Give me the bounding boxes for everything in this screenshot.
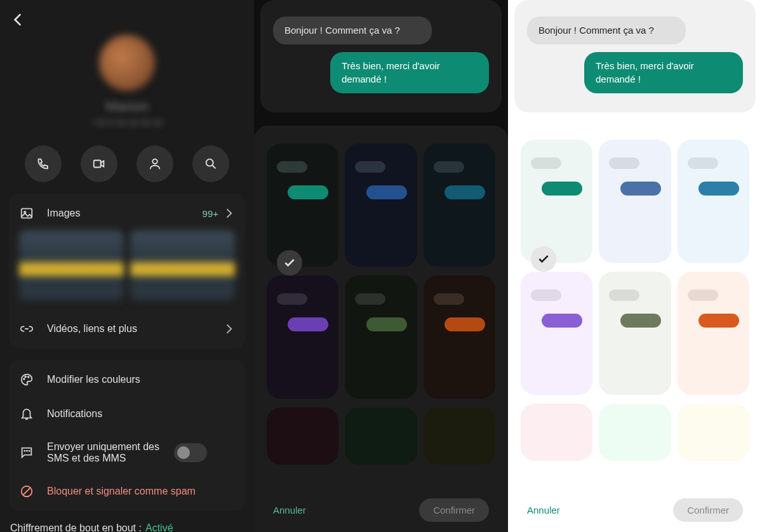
color-swatch[interactable]: [345, 276, 417, 399]
color-swatch[interactable]: [267, 143, 338, 267]
color-swatch[interactable]: [345, 143, 417, 267]
encryption-row[interactable]: Chiffrement de bout en bout : Activé: [0, 511, 254, 532]
swatch-outgoing-bubble: [620, 182, 661, 196]
settings-card: Modifier les couleurs Notifications Envo…: [9, 360, 245, 511]
swatch-incoming-bubble: [277, 161, 307, 173]
swatch-incoming-bubble: [609, 289, 639, 301]
swatch-outgoing-bubble: [542, 182, 582, 196]
preview-incoming-message: Bonjour ! Comment ça va ?: [273, 17, 432, 44]
swatch-outgoing-bubble: [444, 185, 485, 199]
confirm-button[interactable]: Confirmer: [673, 498, 743, 522]
more-media-label: Vidéos, liens et plus: [47, 323, 222, 335]
notifications-row[interactable]: Notifications: [9, 397, 245, 431]
dialog-footer: Annuler Confirmer: [254, 488, 508, 532]
modify-colors-label: Modifier les couleurs: [47, 374, 235, 385]
svg-point-2: [206, 159, 213, 166]
video-icon: [92, 157, 106, 171]
color-picker-dark: Bonjour ! Comment ça va ? Très bien, mer…: [254, 0, 508, 532]
encryption-prefix: Chiffrement de bout en bout :: [10, 522, 142, 532]
swatch-incoming-bubble: [434, 293, 464, 305]
svg-point-6: [25, 376, 26, 378]
bell-icon: [19, 407, 34, 421]
image-thumbnails[interactable]: [9, 230, 245, 312]
person-icon: [148, 157, 162, 171]
swatch-outgoing-bubble: [366, 185, 407, 199]
cancel-button[interactable]: Annuler: [527, 505, 560, 515]
search-icon: [204, 157, 218, 171]
color-swatch[interactable]: [424, 143, 495, 267]
svg-rect-0: [94, 161, 101, 168]
chevron-right-icon: [222, 323, 235, 335]
avatar[interactable]: [99, 35, 155, 91]
swatch-outgoing-bubble: [542, 314, 582, 328]
sms-only-label: Envoyer uniquement des SMS et des MMS: [47, 441, 174, 464]
link-icon: [19, 322, 34, 336]
sms-only-toggle[interactable]: [174, 443, 207, 462]
message-icon: [19, 446, 34, 460]
swatch-grid-light: [508, 122, 762, 488]
dialog-footer: Annuler Confirmer: [508, 488, 762, 532]
color-swatch[interactable]: [678, 404, 749, 461]
image-thumb[interactable]: [19, 230, 124, 300]
block-row[interactable]: Bloquer et signaler comme spam: [9, 474, 245, 509]
color-swatch[interactable]: [678, 140, 749, 263]
contact-details-panel: Manon +33 6 00 00 00 00 Images 99+: [0, 0, 254, 532]
search-button[interactable]: [192, 145, 229, 182]
preview-outgoing-message: Très bien, merci d'avoir demandé !: [584, 52, 743, 93]
media-card: Images 99+ Vidéos, liens et plus: [9, 194, 245, 349]
swatch-incoming-bubble: [531, 157, 561, 169]
swatch-incoming-bubble: [609, 157, 639, 169]
cancel-button[interactable]: Annuler: [273, 505, 306, 515]
swatch-outgoing-bubble: [366, 317, 407, 331]
phone-icon: [36, 157, 50, 171]
contact-header: Manon +33 6 00 00 00 00: [0, 0, 254, 128]
notifications-label: Notifications: [47, 408, 235, 420]
color-swatch[interactable]: [424, 276, 495, 399]
svg-point-1: [152, 159, 157, 164]
chevron-right-icon: [222, 207, 235, 220]
image-thumb[interactable]: [130, 230, 235, 300]
swatch-incoming-bubble: [355, 293, 385, 305]
video-call-button[interactable]: [81, 145, 117, 182]
sms-only-row[interactable]: Envoyer uniquement des SMS et des MMS: [9, 431, 245, 474]
block-icon: [19, 484, 34, 498]
swatch-incoming-bubble: [434, 161, 464, 173]
color-swatch[interactable]: [267, 276, 338, 399]
color-swatch[interactable]: [424, 408, 495, 465]
selected-check-icon: [531, 246, 556, 272]
svg-rect-3: [22, 209, 32, 218]
color-swatch[interactable]: [267, 408, 338, 465]
color-swatch[interactable]: [345, 408, 417, 465]
images-label: Images: [47, 208, 203, 219]
swatch-incoming-bubble: [688, 289, 718, 301]
call-button[interactable]: [25, 145, 62, 182]
more-media-row[interactable]: Vidéos, liens et plus: [9, 312, 245, 346]
selected-check-icon: [277, 250, 302, 276]
swatch-incoming-bubble: [355, 161, 385, 173]
color-swatch[interactable]: [521, 140, 592, 263]
action-row: [0, 145, 254, 182]
color-picker-light: Bonjour ! Comment ça va ? Très bien, mer…: [508, 0, 762, 532]
color-swatch[interactable]: [521, 404, 592, 461]
color-swatch[interactable]: [599, 272, 671, 395]
preview-outgoing-message: Très bien, merci d'avoir demandé !: [330, 52, 489, 93]
contact-number: +33 6 00 00 00 00: [0, 117, 254, 128]
swatch-grid-dark: [254, 126, 508, 488]
modify-colors-row[interactable]: Modifier les couleurs: [9, 362, 245, 397]
svg-point-5: [23, 378, 25, 380]
palette-icon: [19, 373, 34, 387]
block-label: Bloquer et signaler comme spam: [47, 486, 235, 497]
color-swatch[interactable]: [599, 404, 671, 461]
preview-incoming-message: Bonjour ! Comment ça va ?: [527, 17, 686, 44]
contact-button[interactable]: [137, 145, 173, 182]
swatch-outgoing-bubble: [288, 185, 328, 199]
chat-preview-light: Bonjour ! Comment ça va ? Très bien, mer…: [514, 0, 756, 112]
color-swatch[interactable]: [599, 140, 671, 263]
color-swatch[interactable]: [678, 272, 749, 395]
confirm-button[interactable]: Confirmer: [419, 498, 489, 522]
images-row[interactable]: Images 99+: [9, 196, 245, 230]
swatch-outgoing-bubble: [620, 314, 661, 328]
swatch-outgoing-bubble: [288, 317, 328, 331]
color-swatch[interactable]: [521, 272, 592, 395]
back-button[interactable]: [10, 11, 27, 28]
